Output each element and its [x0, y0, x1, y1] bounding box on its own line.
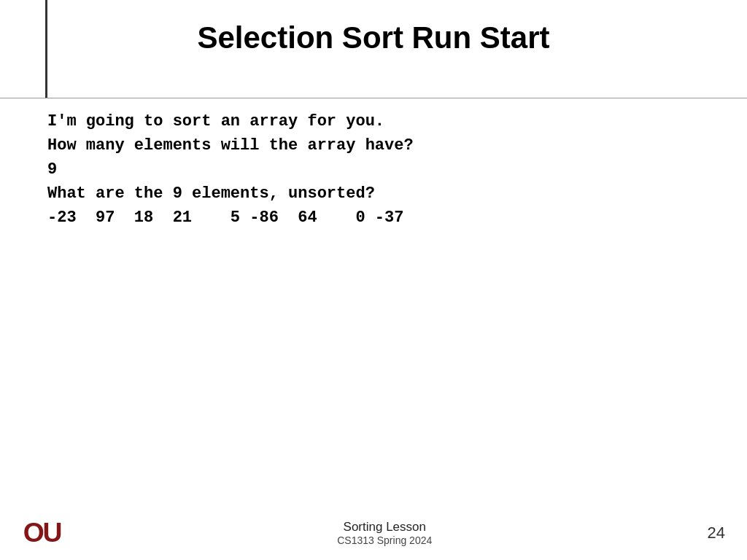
footer-center: Sorting Lesson CS1313 Spring 2024	[337, 520, 432, 546]
svg-text:OU: OU	[23, 517, 61, 548]
top-line	[0, 98, 747, 98]
footer-page-number: 24	[708, 524, 725, 542]
footer: OU Sorting Lesson CS1313 Spring 2024 24	[0, 505, 747, 560]
content-text: I'm going to sort an array for you. How …	[47, 109, 718, 230]
slide-container: Selection Sort Run Start I'm going to so…	[0, 0, 747, 560]
lesson-title: Sorting Lesson	[337, 520, 432, 534]
slide-title: Selection Sort Run Start	[0, 20, 747, 55]
lesson-subtitle: CS1313 Spring 2024	[337, 534, 432, 546]
content-area: I'm going to sort an array for you. How …	[47, 109, 718, 230]
ou-logo: OU	[22, 513, 62, 553]
